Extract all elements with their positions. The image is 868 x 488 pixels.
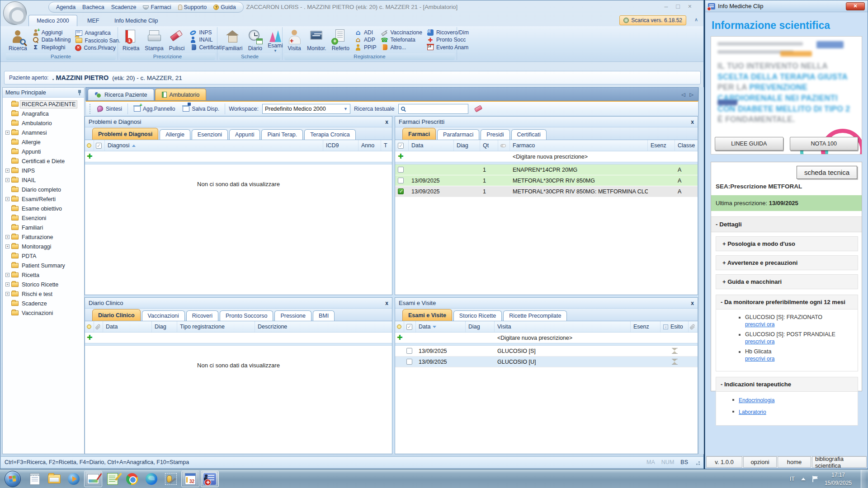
column-data[interactable]: Data — [409, 140, 454, 151]
tab-appunti[interactable]: Appunti — [229, 129, 260, 140]
farmaci-new-row[interactable]: ✚ <Digitare nuova prescrizione> — [395, 151, 698, 162]
visita-button[interactable]: ✚ Visita — [285, 28, 303, 52]
nota-100-button[interactable]: NOTA 100 — [790, 137, 859, 150]
tree-expander-icon[interactable]: + — [5, 178, 9, 182]
row-checkbox[interactable] — [406, 359, 412, 365]
tab-parafarmaci[interactable]: Parafarmaci — [437, 129, 479, 140]
tab-esami-visite[interactable]: Esami e Visite — [402, 309, 452, 321]
sidebar-item[interactable]: + Ambulatorio — [5, 118, 84, 128]
inail-button[interactable]: INAIL — [188, 36, 223, 43]
column-diag[interactable]: Diag — [454, 140, 480, 151]
farmaci-row[interactable]: 1 ENAPREN*14CPR 20MG A — [395, 164, 698, 175]
tab-vaccinazioni[interactable]: Vaccinazioni — [142, 310, 185, 321]
menu-bacheca[interactable]: Bacheca — [82, 4, 104, 10]
anagrafica-button[interactable]: Anagrafica — [74, 29, 122, 37]
row-checkbox[interactable] — [406, 348, 412, 354]
indicazione-link[interactable]: Endocrinologia — [739, 397, 774, 404]
diario-new-row[interactable]: ✚ — [85, 333, 392, 343]
inps-button[interactable]: INPS — [188, 29, 223, 36]
telefonata-button[interactable]: ☎Telefonata — [379, 36, 424, 43]
tree-expander-icon[interactable]: + — [5, 282, 9, 286]
row-checkbox[interactable] — [398, 178, 404, 183]
stampa-button[interactable]: Stampa — [143, 28, 165, 52]
tab-ambulatorio[interactable]: Ambulatorio — [155, 89, 207, 100]
taskbar-tools[interactable] — [162, 471, 180, 487]
sidebar-item[interactable]: + Appunti — [5, 147, 84, 156]
add-row-icon[interactable]: ✚ — [397, 334, 403, 341]
right-dock-strip[interactable] — [698, 87, 704, 454]
prescrivi-ora-link[interactable]: prescrivi ora — [745, 356, 774, 362]
horizontal-splitter[interactable] — [85, 295, 698, 297]
sidebar-item[interactable]: + Certificati e Diete — [5, 156, 84, 166]
add-row-icon[interactable]: ✚ — [87, 334, 93, 341]
linee-guida-button[interactable]: LINEE GUIDA — [715, 137, 783, 150]
taskbar-editor[interactable] — [104, 471, 122, 487]
vertical-splitter[interactable] — [392, 116, 395, 454]
sidebar-item[interactable]: + Familiari — [5, 223, 84, 232]
search-input[interactable] — [398, 104, 468, 114]
show-hidden-icons[interactable] — [801, 478, 806, 480]
workspace-select[interactable]: Predefinito Medico 2000 ▼ — [262, 104, 350, 114]
add-row-icon[interactable]: ✚ — [87, 153, 93, 160]
ricovero-dim-button[interactable]: HRicovero/Dim — [425, 29, 470, 36]
panel-close-icon[interactable]: x — [691, 300, 694, 306]
evento-anam-button[interactable]: 14Evento Anam — [425, 44, 470, 51]
sidebar-item[interactable]: + Fatturazione — [5, 232, 84, 242]
column-descrizione[interactable]: Descrizione — [255, 321, 392, 332]
riepiloghi-button[interactable]: ΣRiepiloghi — [31, 44, 72, 51]
ribbon-tab-info-mediche-clip[interactable]: Info Mediche Clip — [108, 15, 165, 26]
tab-certificati[interactable]: Certificati — [511, 129, 547, 140]
prescrivi-ora-link[interactable]: prescrivi ora — [745, 321, 774, 328]
panel-close-icon[interactable]: x — [691, 119, 694, 125]
ribbon-tab-mef[interactable]: MEF — [81, 15, 105, 26]
taskbar-medico2000-app[interactable]: ✚ — [201, 471, 219, 487]
adi-button[interactable]: ⌂ADI — [353, 29, 377, 36]
lightbulb-icon[interactable] — [87, 324, 91, 329]
minimize-button[interactable]: – — [665, 3, 668, 9]
taskbar-paint[interactable] — [84, 471, 102, 487]
tab-ricoveri[interactable]: Ricoveri — [186, 310, 218, 321]
sidebar-item[interactable]: + PDTA — [5, 251, 84, 261]
select-all-checkbox[interactable] — [398, 143, 404, 149]
ricerca-button[interactable]: Ricerca — [7, 28, 29, 52]
diario-button[interactable]: Diario — [246, 28, 264, 52]
panel-close-icon[interactable]: x — [385, 119, 388, 125]
action-center-flag-icon[interactable] — [812, 476, 818, 482]
accordion-header[interactable]: + Avvertenze e precauzioni — [716, 255, 858, 270]
column-farmaco[interactable]: Farmaco — [510, 140, 648, 151]
cons-privacy-button[interactable]: ✕Cons.Privacy — [74, 45, 122, 51]
sidebar-item[interactable]: + Esame obiettivo — [5, 204, 84, 213]
panel-close-icon[interactable]: x — [385, 300, 388, 306]
tab-pressione[interactable]: Pressione — [274, 310, 311, 321]
select-all-checkbox[interactable] — [406, 324, 412, 330]
salva-disp-button[interactable]: Salva Disp. — [180, 104, 221, 113]
column-visita[interactable]: Visita — [495, 321, 631, 332]
tab-bmi[interactable]: BMI — [313, 310, 335, 321]
column-diag[interactable]: Diag — [466, 321, 495, 332]
show-desktop-button[interactable] — [861, 469, 866, 488]
esami-new-row[interactable]: ✚ <Digitare nuova prescrizione> — [395, 333, 698, 343]
problemi-new-row[interactable]: ✚ — [85, 151, 392, 162]
sidebar-item[interactable]: + Esenzioni — [5, 213, 84, 223]
tab-scroll-right-icon[interactable]: ▷ — [690, 92, 693, 98]
maximize-button[interactable]: □ — [676, 3, 679, 9]
pulisci-button[interactable]: Pulisci — [167, 28, 187, 52]
column-classe[interactable]: Classe — [675, 140, 698, 151]
column-esenz[interactable]: Esenz — [631, 321, 660, 332]
select-all-checkbox[interactable] — [96, 143, 102, 149]
sidebar-item[interactable]: + Anamnesi — [5, 128, 84, 137]
taskbar-media-player[interactable] — [65, 471, 83, 487]
tree-expander-icon[interactable]: + — [5, 131, 9, 135]
sidebar-item[interactable]: + Rischi e test — [5, 289, 84, 299]
referto-button[interactable]: + Referto — [330, 28, 351, 52]
ppip-button[interactable]: PPIP — [353, 44, 377, 51]
ribbon-tab-medico2000[interactable]: Medico 2000 — [28, 15, 77, 26]
indicazioni-header[interactable]: - Indicazioni terapeutiche — [716, 377, 858, 392]
accordion-header[interactable]: + Posologia e modo d'uso — [716, 236, 858, 251]
vaccinazione-button[interactable]: Vaccinazione — [379, 29, 424, 36]
sidebar-item[interactable]: + Patient Summary — [5, 261, 84, 270]
aggiungi-button[interactable]: +Aggiungi — [31, 29, 72, 36]
column-qt[interactable]: Qt — [480, 140, 498, 151]
column-t[interactable]: T — [381, 140, 392, 151]
tab-esenzioni[interactable]: Esenzioni — [192, 129, 228, 140]
